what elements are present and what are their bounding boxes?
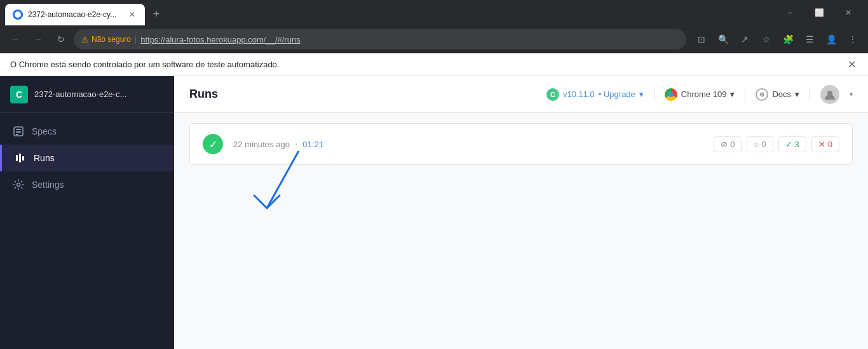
- specs-icon: [13, 126, 24, 137]
- close-button[interactable]: ✕: [834, 4, 863, 22]
- sidebar-runs-label: Runs: [34, 153, 55, 163]
- chrome-chevron-icon: ▾: [730, 89, 735, 99]
- address-separator: |: [135, 35, 137, 44]
- svg-point-7: [17, 183, 20, 187]
- pending-icon: ○: [754, 140, 759, 149]
- header-actions: C v10.11.0 • Upgrade ▾ Chrome 109 ▾: [546, 85, 853, 104]
- maximize-button[interactable]: ⬜: [804, 4, 834, 22]
- toolbar-icons: ⊡ 🔍 ↗ ☆ 🧩 ☰ 👤 ⋮: [691, 29, 863, 49]
- skipped-count: 0: [730, 140, 735, 149]
- page-title: Runs: [189, 88, 536, 101]
- stat-passed: ✓ 3: [778, 136, 806, 152]
- runs-area: ✓ 22 minutes ago · 01:21 ⊘ 0 ○ 0: [174, 113, 868, 349]
- back-button[interactable]: ←: [5, 29, 25, 49]
- docs-label: Docs: [772, 89, 791, 99]
- cypress-icon: C: [546, 88, 559, 101]
- run-separator: ·: [295, 138, 297, 150]
- docs-chevron-icon: ▾: [795, 89, 799, 99]
- sidebar-specs-label: Specs: [32, 126, 57, 136]
- minimize-button[interactable]: −: [775, 4, 804, 22]
- sidebar-project-name: 2372-automacao-e2e-c...: [34, 89, 126, 99]
- svg-rect-4: [16, 155, 18, 161]
- tab-favicon: [13, 10, 23, 20]
- notification-close-button[interactable]: ✕: [845, 58, 858, 71]
- pending-count: 0: [761, 140, 766, 149]
- passed-icon: ✓: [785, 140, 792, 149]
- security-warning: ⚠ Não seguro: [81, 35, 131, 44]
- svg-rect-2: [16, 131, 21, 133]
- docs-icon: ⊕: [756, 88, 768, 101]
- divider-2: [745, 88, 745, 101]
- failed-count: 0: [828, 140, 832, 149]
- svg-rect-5: [19, 154, 21, 162]
- chrome-label: Chrome 109: [681, 89, 727, 99]
- sidebar-header: C 2372-automacao-e2e-c...: [0, 76, 174, 113]
- notification-bar: O Chrome está sendo controlado por um so…: [0, 53, 868, 76]
- profile-icon[interactable]: ☰: [799, 29, 820, 49]
- user-avatar[interactable]: [820, 85, 839, 104]
- version-upgrade: • Upgrade: [599, 89, 635, 99]
- tab-bar: 2372-automacao-e2e-cy... ✕ + − ⬜ ✕: [0, 0, 868, 25]
- tab-title: 2372-automacao-e2e-cy...: [28, 10, 122, 19]
- version-chevron-icon: ▾: [639, 89, 644, 99]
- runs-icon: [15, 152, 26, 164]
- cast-icon[interactable]: ⊡: [691, 29, 712, 49]
- address-input[interactable]: ⚠ Não seguro | https://alura-fotos.herok…: [74, 29, 686, 49]
- skipped-icon: ⊘: [721, 140, 728, 149]
- run-time-ago: 22 minutes ago: [233, 140, 290, 149]
- run-status-icon: ✓: [203, 134, 223, 154]
- address-bar: ← → ↻ ⚠ Não seguro | https://alura-fotos…: [0, 25, 868, 53]
- version-badge[interactable]: C v10.11.0 • Upgrade ▾: [546, 88, 644, 101]
- notification-text: O Chrome está sendo controlado por um so…: [10, 60, 279, 69]
- window-controls: − ⬜ ✕: [775, 4, 863, 25]
- browser-frame: 2372-automacao-e2e-cy... ✕ + − ⬜ ✕ ← → ↻…: [0, 0, 868, 349]
- sidebar-nav: Specs Runs: [0, 113, 174, 203]
- stat-failed: ✕ 0: [811, 136, 839, 152]
- main-header: Runs C v10.11.0 • Upgrade ▾ Chrome 109 ▾: [174, 76, 868, 113]
- svg-rect-6: [22, 156, 24, 161]
- address-url: https://alura-fotos.herokuapp.com/__/#/r…: [140, 35, 301, 44]
- user-chevron-icon: ▾: [850, 91, 853, 98]
- account-icon[interactable]: 👤: [821, 29, 841, 49]
- zoom-icon[interactable]: 🔍: [713, 29, 733, 49]
- app-content: C 2372-automacao-e2e-c... Specs: [0, 76, 868, 349]
- svg-rect-3: [16, 134, 18, 135]
- divider-3: [810, 88, 810, 101]
- passed-count: 3: [795, 140, 799, 149]
- active-tab[interactable]: 2372-automacao-e2e-cy... ✕: [5, 4, 145, 25]
- address-url-text: alura-fotos.herokuapp.com/__/#/runs: [165, 35, 300, 44]
- sidebar-settings-label: Settings: [32, 180, 64, 190]
- failed-icon: ✕: [818, 140, 825, 149]
- run-stats: ⊘ 0 ○ 0 ✓ 3 ✕ 0: [714, 136, 839, 152]
- chrome-icon: [665, 88, 677, 101]
- sidebar-item-runs[interactable]: Runs: [0, 145, 174, 171]
- version-label: v10.11.0: [563, 89, 595, 99]
- address-prefix: https://: [140, 35, 165, 44]
- bookmark-icon[interactable]: ☆: [756, 29, 776, 49]
- sidebar: C 2372-automacao-e2e-c... Specs: [0, 76, 174, 349]
- share-icon[interactable]: ↗: [735, 29, 755, 49]
- divider-1: [654, 88, 654, 101]
- docs-badge[interactable]: ⊕ Docs ▾: [756, 88, 799, 101]
- sidebar-logo: C: [10, 86, 28, 103]
- extension-icon[interactable]: 🧩: [778, 29, 798, 49]
- sidebar-item-settings[interactable]: Settings: [0, 171, 174, 198]
- tab-close-button[interactable]: ✕: [127, 10, 137, 20]
- svg-rect-1: [16, 129, 21, 130]
- stat-skipped: ⊘ 0: [714, 136, 742, 152]
- run-duration: 01:21: [302, 140, 323, 149]
- run-info: 22 minutes ago · 01:21: [233, 138, 703, 150]
- stat-pending: ○ 0: [747, 136, 773, 152]
- warning-icon: ⚠: [81, 35, 89, 44]
- new-tab-button[interactable]: +: [147, 5, 165, 23]
- forward-button[interactable]: →: [28, 29, 48, 49]
- menu-icon[interactable]: ⋮: [843, 29, 863, 49]
- security-warning-text: Não seguro: [92, 35, 131, 44]
- refresh-button[interactable]: ↻: [51, 29, 71, 49]
- main-content: Runs C v10.11.0 • Upgrade ▾ Chrome 109 ▾: [174, 76, 868, 349]
- chrome-badge[interactable]: Chrome 109 ▾: [665, 88, 735, 101]
- settings-icon: [13, 179, 24, 190]
- sidebar-item-specs[interactable]: Specs: [0, 118, 174, 145]
- run-card[interactable]: ✓ 22 minutes ago · 01:21 ⊘ 0 ○ 0: [189, 123, 853, 165]
